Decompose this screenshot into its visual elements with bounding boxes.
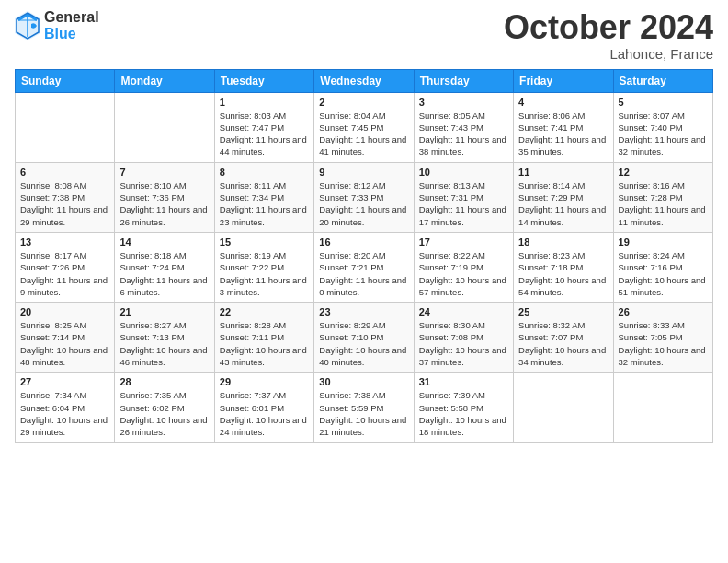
day-info: Sunrise: 7:37 AM Sunset: 6:01 PM Dayligh… xyxy=(220,389,309,438)
week-row-2: 6Sunrise: 8:08 AM Sunset: 7:38 PM Daylig… xyxy=(16,162,713,232)
day-info: Sunrise: 8:12 AM Sunset: 7:33 PM Dayligh… xyxy=(319,179,408,228)
day-number: 7 xyxy=(119,167,209,178)
calendar-cell: 1Sunrise: 8:03 AM Sunset: 7:47 PM Daylig… xyxy=(214,92,313,162)
calendar-table: SundayMondayTuesdayWednesdayThursdayFrid… xyxy=(15,69,713,443)
calendar-cell: 21Sunrise: 8:27 AM Sunset: 7:13 PM Dayli… xyxy=(115,303,214,373)
calendar-cell: 11Sunrise: 8:14 AM Sunset: 7:29 PM Dayli… xyxy=(514,162,613,232)
calendar-cell: 3Sunrise: 8:05 AM Sunset: 7:43 PM Daylig… xyxy=(414,92,513,162)
day-number: 22 xyxy=(220,306,309,317)
calendar-cell: 13Sunrise: 8:17 AM Sunset: 7:26 PM Dayli… xyxy=(16,232,115,302)
day-info: Sunrise: 8:28 AM Sunset: 7:11 PM Dayligh… xyxy=(220,319,309,368)
weekday-header-sunday: Sunday xyxy=(16,69,115,92)
day-info: Sunrise: 8:20 AM Sunset: 7:21 PM Dayligh… xyxy=(319,249,408,298)
day-number: 15 xyxy=(220,236,309,247)
weekday-header-monday: Monday xyxy=(115,69,214,92)
day-number: 4 xyxy=(518,97,608,108)
day-info: Sunrise: 8:16 AM Sunset: 7:28 PM Dayligh… xyxy=(619,179,708,228)
calendar-cell xyxy=(115,92,214,162)
calendar-cell: 17Sunrise: 8:22 AM Sunset: 7:19 PM Dayli… xyxy=(414,232,513,302)
day-info: Sunrise: 8:32 AM Sunset: 7:07 PM Dayligh… xyxy=(518,319,608,368)
calendar-cell: 29Sunrise: 7:37 AM Sunset: 6:01 PM Dayli… xyxy=(214,373,313,442)
day-number: 20 xyxy=(20,306,109,317)
day-info: Sunrise: 8:19 AM Sunset: 7:22 PM Dayligh… xyxy=(220,249,309,298)
logo-text: General Blue xyxy=(44,9,99,41)
day-number: 23 xyxy=(319,306,408,317)
day-number: 12 xyxy=(619,167,708,178)
calendar-cell: 26Sunrise: 8:33 AM Sunset: 7:05 PM Dayli… xyxy=(613,303,712,373)
logo: General Blue xyxy=(15,9,99,41)
calendar-cell: 15Sunrise: 8:19 AM Sunset: 7:22 PM Dayli… xyxy=(214,232,313,302)
calendar-cell: 12Sunrise: 8:16 AM Sunset: 7:28 PM Dayli… xyxy=(613,162,712,232)
day-info: Sunrise: 7:39 AM Sunset: 5:58 PM Dayligh… xyxy=(419,389,508,438)
day-info: Sunrise: 8:10 AM Sunset: 7:36 PM Dayligh… xyxy=(119,179,209,228)
day-info: Sunrise: 7:35 AM Sunset: 6:02 PM Dayligh… xyxy=(119,389,209,438)
weekday-header-row: SundayMondayTuesdayWednesdayThursdayFrid… xyxy=(16,69,713,92)
calendar-cell: 28Sunrise: 7:35 AM Sunset: 6:02 PM Dayli… xyxy=(115,373,214,442)
calendar-cell: 9Sunrise: 8:12 AM Sunset: 7:33 PM Daylig… xyxy=(314,162,414,232)
day-info: Sunrise: 8:18 AM Sunset: 7:24 PM Dayligh… xyxy=(119,249,209,298)
day-number: 5 xyxy=(619,97,708,108)
day-number: 29 xyxy=(220,376,309,387)
day-number: 30 xyxy=(319,376,408,387)
calendar-cell: 23Sunrise: 8:29 AM Sunset: 7:10 PM Dayli… xyxy=(314,303,414,373)
day-info: Sunrise: 7:38 AM Sunset: 5:59 PM Dayligh… xyxy=(319,389,408,438)
location-subtitle: Lahonce, France xyxy=(504,46,713,62)
day-info: Sunrise: 8:05 AM Sunset: 7:43 PM Dayligh… xyxy=(419,109,508,158)
logo-blue-text: Blue xyxy=(44,26,99,42)
calendar-cell: 27Sunrise: 7:34 AM Sunset: 6:04 PM Dayli… xyxy=(16,373,115,442)
day-number: 21 xyxy=(119,306,209,317)
day-info: Sunrise: 8:06 AM Sunset: 7:41 PM Dayligh… xyxy=(518,109,608,158)
day-number: 1 xyxy=(220,97,309,108)
page: General Blue October 2024 Lahonce, Franc… xyxy=(0,0,728,563)
calendar-cell xyxy=(514,373,613,442)
week-row-1: 1Sunrise: 8:03 AM Sunset: 7:47 PM Daylig… xyxy=(16,92,713,162)
day-number: 6 xyxy=(20,167,109,178)
day-info: Sunrise: 8:17 AM Sunset: 7:26 PM Dayligh… xyxy=(20,249,109,298)
calendar-cell: 30Sunrise: 7:38 AM Sunset: 5:59 PM Dayli… xyxy=(314,373,414,442)
calendar-cell: 24Sunrise: 8:30 AM Sunset: 7:08 PM Dayli… xyxy=(414,303,513,373)
day-number: 26 xyxy=(619,306,708,317)
calendar-cell: 7Sunrise: 8:10 AM Sunset: 7:36 PM Daylig… xyxy=(115,162,214,232)
logo-general-text: General xyxy=(44,9,99,26)
day-info: Sunrise: 8:23 AM Sunset: 7:18 PM Dayligh… xyxy=(518,249,608,298)
weekday-header-saturday: Saturday xyxy=(613,69,712,92)
week-row-5: 27Sunrise: 7:34 AM Sunset: 6:04 PM Dayli… xyxy=(16,373,713,442)
title-block: October 2024 Lahonce, France xyxy=(504,9,713,62)
calendar-cell: 18Sunrise: 8:23 AM Sunset: 7:18 PM Dayli… xyxy=(514,232,613,302)
day-number: 27 xyxy=(20,376,109,387)
day-info: Sunrise: 8:27 AM Sunset: 7:13 PM Dayligh… xyxy=(119,319,209,368)
weekday-header-tuesday: Tuesday xyxy=(214,69,313,92)
calendar-cell: 4Sunrise: 8:06 AM Sunset: 7:41 PM Daylig… xyxy=(514,92,613,162)
calendar-cell: 16Sunrise: 8:20 AM Sunset: 7:21 PM Dayli… xyxy=(314,232,414,302)
day-number: 17 xyxy=(419,236,508,247)
calendar-cell xyxy=(613,373,712,442)
day-number: 28 xyxy=(119,376,209,387)
calendar-cell: 14Sunrise: 8:18 AM Sunset: 7:24 PM Dayli… xyxy=(115,232,214,302)
day-info: Sunrise: 8:30 AM Sunset: 7:08 PM Dayligh… xyxy=(419,319,508,368)
day-info: Sunrise: 8:24 AM Sunset: 7:16 PM Dayligh… xyxy=(619,249,708,298)
calendar-cell: 2Sunrise: 8:04 AM Sunset: 7:45 PM Daylig… xyxy=(314,92,414,162)
calendar-cell: 20Sunrise: 8:25 AM Sunset: 7:14 PM Dayli… xyxy=(16,303,115,373)
day-info: Sunrise: 8:25 AM Sunset: 7:14 PM Dayligh… xyxy=(20,319,109,368)
day-info: Sunrise: 8:07 AM Sunset: 7:40 PM Dayligh… xyxy=(619,109,708,158)
calendar-cell: 31Sunrise: 7:39 AM Sunset: 5:58 PM Dayli… xyxy=(414,373,513,442)
day-info: Sunrise: 8:29 AM Sunset: 7:10 PM Dayligh… xyxy=(319,319,408,368)
day-number: 10 xyxy=(419,167,508,178)
day-number: 19 xyxy=(619,236,708,247)
day-info: Sunrise: 8:33 AM Sunset: 7:05 PM Dayligh… xyxy=(619,319,708,368)
day-info: Sunrise: 8:13 AM Sunset: 7:31 PM Dayligh… xyxy=(419,179,508,228)
header: General Blue October 2024 Lahonce, Franc… xyxy=(15,9,713,62)
day-number: 11 xyxy=(518,167,608,178)
day-number: 14 xyxy=(119,236,209,247)
day-info: Sunrise: 8:03 AM Sunset: 7:47 PM Dayligh… xyxy=(220,109,309,158)
day-info: Sunrise: 8:22 AM Sunset: 7:19 PM Dayligh… xyxy=(419,249,508,298)
weekday-header-wednesday: Wednesday xyxy=(314,69,414,92)
day-number: 13 xyxy=(20,236,109,247)
day-number: 25 xyxy=(518,306,608,317)
logo-icon xyxy=(15,11,40,40)
day-number: 16 xyxy=(319,236,408,247)
calendar-cell: 8Sunrise: 8:11 AM Sunset: 7:34 PM Daylig… xyxy=(214,162,313,232)
day-number: 18 xyxy=(518,236,608,247)
day-number: 2 xyxy=(319,97,408,108)
day-info: Sunrise: 8:08 AM Sunset: 7:38 PM Dayligh… xyxy=(20,179,109,228)
